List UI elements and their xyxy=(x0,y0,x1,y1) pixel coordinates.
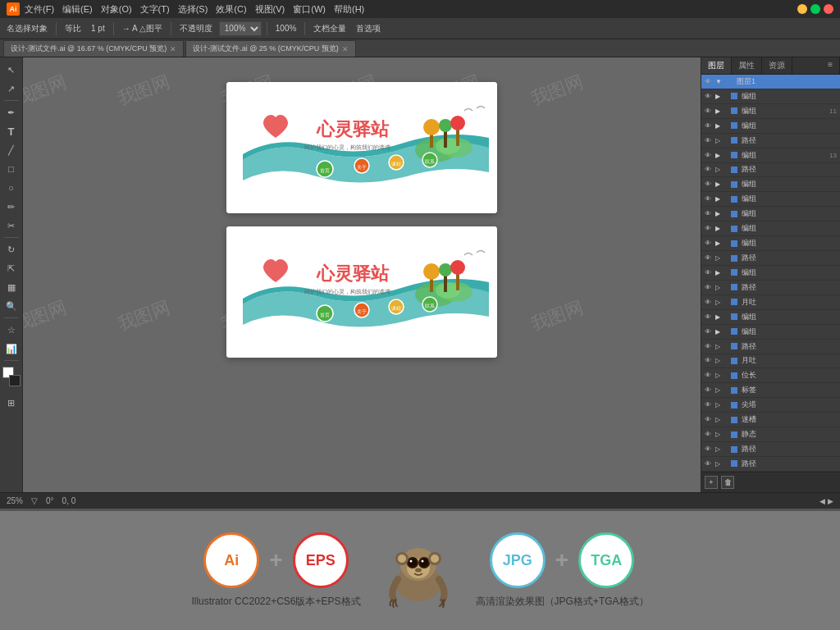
menu-select[interactable]: 选择(S) xyxy=(178,3,208,16)
menu-object[interactable]: 对象(O) xyxy=(101,3,132,16)
menu-help[interactable]: 帮助(H) xyxy=(334,3,364,16)
tool-scale[interactable]: ⇱ xyxy=(2,259,21,277)
minimize-button[interactable] xyxy=(797,4,807,14)
svg-rect-26 xyxy=(444,274,447,292)
tool-direct-select[interactable]: ↗ xyxy=(2,80,21,98)
new-layer-button[interactable]: + xyxy=(705,476,718,489)
tool-graph[interactable]: 📊 xyxy=(2,340,21,358)
tool-artboard[interactable]: ⊞ xyxy=(2,394,21,412)
layer-item[interactable]: 👁 ▶ 编组 xyxy=(701,89,840,104)
menu-file[interactable]: 文件(F) xyxy=(25,3,54,16)
menu-view[interactable]: 视图(V) xyxy=(255,3,285,16)
canvas-area[interactable]: 我图网 我图网 我图网 我图网 我图网 我图网 我图网 我图网 我图网 我图网 … xyxy=(23,57,701,492)
tool-eyedropper[interactable]: 🔍 xyxy=(2,297,21,315)
svg-point-9 xyxy=(450,116,465,130)
layer-item[interactable]: 👁 ▶ 编组 xyxy=(701,192,840,207)
layer-item[interactable]: 👁 ▷ 路径 xyxy=(701,340,840,354)
plus-sign-left: + xyxy=(269,547,282,573)
layer-item[interactable]: 👁 ▷ 路径 xyxy=(701,163,840,178)
tool-pen[interactable]: ✒ xyxy=(2,103,21,121)
panel-tab-properties[interactable]: 属性 xyxy=(732,57,762,74)
tab-document-2[interactable]: 设计-测试文件.ai @ 25 % (CMYK/CPU 预览) ✕ xyxy=(185,40,356,57)
menu-bar[interactable]: 文件(F) 编辑(E) 对象(O) 文字(T) 选择(S) 效果(C) 视图(V… xyxy=(25,3,364,16)
menu-window[interactable]: 窗口(W) xyxy=(293,3,326,16)
svg-point-51 xyxy=(398,555,406,563)
tool-type[interactable]: T xyxy=(2,122,21,140)
tool-brush[interactable]: ✏ xyxy=(2,198,21,216)
svg-point-5 xyxy=(423,119,440,135)
svg-point-48 xyxy=(421,559,423,562)
layer-item[interactable]: 👁 ▷ 路径 xyxy=(701,134,840,148)
tool-symbol[interactable]: ☆ xyxy=(2,321,21,339)
toolbar-doc-settings[interactable]: 文档全量 xyxy=(310,21,349,36)
delete-layer-button[interactable]: 🗑 xyxy=(721,476,734,489)
watermark-repeat: 我图网 xyxy=(23,70,122,254)
tool-rect[interactable]: □ xyxy=(2,160,21,178)
menu-effect[interactable]: 效果(C) xyxy=(216,3,246,16)
layer-item[interactable]: 👁 ▷ 月吐 xyxy=(701,354,840,369)
panel-tab-assets[interactable]: 资源 xyxy=(762,57,792,74)
tool-scissors[interactable]: ✂ xyxy=(2,217,21,235)
svg-text:联系: 联系 xyxy=(425,159,435,164)
tool-select[interactable]: ↖ xyxy=(2,61,21,79)
tool-ellipse[interactable]: ○ xyxy=(2,179,21,197)
layer-item[interactable]: 👁 ▷ 路径 xyxy=(701,442,840,457)
layer-item[interactable]: 👁 ▷ 路径 xyxy=(701,251,840,266)
svg-rect-6 xyxy=(444,130,447,148)
rotation-value: 0° xyxy=(46,496,54,505)
layer-item[interactable]: 👁 ▷ 标签 xyxy=(701,383,840,398)
ai-logo: Ai xyxy=(7,2,20,16)
tool-line[interactable]: ╱ xyxy=(2,141,21,159)
panel-tab-extra[interactable]: ≡ xyxy=(821,57,840,74)
layer-item[interactable]: 👁 ▷ 静态 xyxy=(701,427,840,442)
tool-gradient[interactable]: ▦ xyxy=(2,278,21,296)
layer-item[interactable]: 👁 ▶ 编组 xyxy=(701,119,840,134)
color-wells xyxy=(2,367,21,386)
tab-1-close[interactable]: ✕ xyxy=(170,45,176,53)
tab-2-close[interactable]: ✕ xyxy=(342,45,349,53)
layer-item[interactable]: 👁 ▶ 编组 xyxy=(701,177,840,192)
layer-item[interactable]: 👁 ▶ 编组 xyxy=(701,266,840,281)
layer-name: 图层1 xyxy=(737,76,834,87)
svg-point-53 xyxy=(431,555,439,563)
toolbar-proportion: 等比 xyxy=(62,21,84,36)
layer-item[interactable]: 👁 ▶ 编组 11 xyxy=(701,104,840,119)
artboard-nav[interactable]: ◀ ▶ xyxy=(819,497,833,505)
toolbar-divider-5 xyxy=(304,22,305,35)
panel-tab-bar[interactable]: 图层 属性 资源 ≡ xyxy=(701,57,840,75)
layer-item[interactable]: 👁 ▷ 迷槽 xyxy=(701,413,840,427)
tools-panel: ↖ ↗ ✒ T ╱ □ ○ ✏ ✂ ↻ ⇱ ▦ 🔍 ☆ 📊 ⊞ xyxy=(0,57,23,492)
tab-document-1[interactable]: 设计-测试文件.ai @ 16.67 % (CMYK/CPU 预览) ✕ xyxy=(3,40,184,57)
layer-item[interactable]: 👁 ▷ 路径 xyxy=(701,281,840,295)
svg-text:课程: 课程 xyxy=(391,162,401,167)
toolbar-preferences[interactable]: 首选项 xyxy=(353,21,384,36)
svg-text:心灵驿站: 心灵驿站 xyxy=(316,263,390,284)
status-bar: 25% ▽ 0° 0, 0 ◀ ▶ xyxy=(0,492,840,509)
layer-item[interactable]: 👁 ▶ 编组 13 xyxy=(701,148,840,163)
toolbar-divider-3 xyxy=(171,22,171,35)
window-controls xyxy=(797,4,833,14)
svg-text:心灵驿站: 心灵驿站 xyxy=(316,119,390,139)
layer-item[interactable]: 👁 ▶ 编组 xyxy=(701,236,840,251)
layer-item[interactable]: 👁 ▷ 位长 xyxy=(701,368,840,383)
format-info-right: JPG + TGA 高清渲染效果图（JPG格式+TGA格式） xyxy=(476,532,649,609)
bottom-info-bar: Ai + EPS Illustrator CC2022+CS6版本+EPS格式 xyxy=(0,509,840,630)
layer-item[interactable]: 👁 ▷ 月吐 xyxy=(701,295,840,310)
layer-item[interactable]: 👁 ▶ 编组 xyxy=(701,207,840,221)
toolbar-opacity-select[interactable]: 100% xyxy=(219,21,262,36)
layer-item[interactable]: 👁 ▷ 路径 xyxy=(701,457,840,472)
layer-item[interactable]: 👁 ▼ 图层1 xyxy=(701,75,840,89)
menu-edit[interactable]: 编辑(E) xyxy=(62,3,93,16)
card-1-svg: 心灵驿站 呵护我们的心灵，构筑我们的港湾 首页 关于 课程 xyxy=(226,82,497,213)
layer-item[interactable]: 👁 ▶ 编组 xyxy=(701,325,840,340)
menu-text[interactable]: 文字(T) xyxy=(140,3,170,16)
maximize-button[interactable] xyxy=(810,4,820,14)
panel-tab-layers[interactable]: 图层 xyxy=(701,57,732,74)
stroke-color[interactable] xyxy=(9,375,21,386)
layer-item[interactable]: 👁 ▶ 编组 xyxy=(701,221,840,236)
tool-rotate[interactable]: ↻ xyxy=(2,240,21,258)
close-button[interactable] xyxy=(824,4,833,14)
layer-item[interactable]: 👁 ▶ 编组 xyxy=(701,310,840,325)
layer-item[interactable]: 👁 ▷ 尖塔 xyxy=(701,398,840,413)
main-content-area: ↖ ↗ ✒ T ╱ □ ○ ✏ ✂ ↻ ⇱ ▦ 🔍 ☆ 📊 ⊞ xyxy=(0,57,840,492)
